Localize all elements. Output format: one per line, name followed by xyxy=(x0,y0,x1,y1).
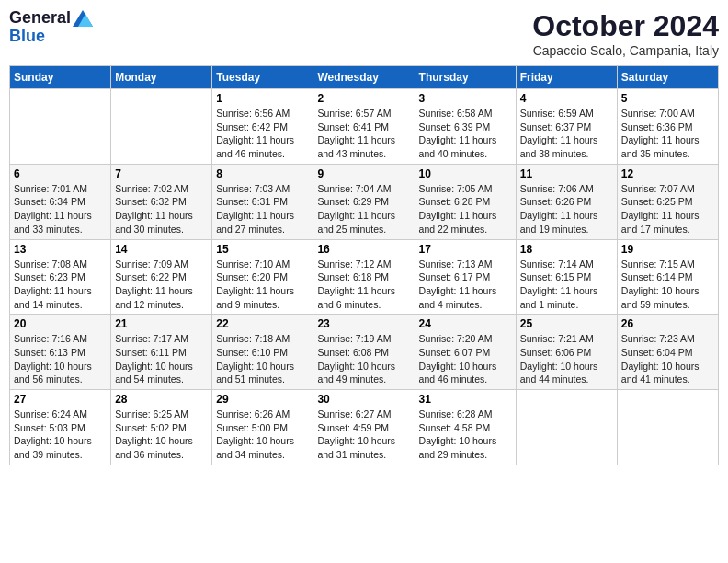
week-row-4: 20Sunrise: 7:16 AMSunset: 6:13 PMDayligh… xyxy=(10,315,719,390)
calendar-cell: 22Sunrise: 7:18 AMSunset: 6:10 PMDayligh… xyxy=(212,315,313,390)
day-number: 26 xyxy=(621,317,714,330)
day-detail: Sunrise: 7:19 AMSunset: 6:08 PMDaylight:… xyxy=(317,332,410,386)
calendar-cell: 20Sunrise: 7:16 AMSunset: 6:13 PMDayligh… xyxy=(10,315,111,390)
weekday-header-monday: Monday xyxy=(111,66,212,89)
day-detail: Sunrise: 6:26 AMSunset: 5:00 PMDaylight:… xyxy=(216,408,309,462)
calendar-cell: 29Sunrise: 6:26 AMSunset: 5:00 PMDayligh… xyxy=(212,390,313,465)
day-detail: Sunrise: 7:13 AMSunset: 6:17 PMDaylight:… xyxy=(419,258,512,312)
day-number: 19 xyxy=(621,243,714,256)
day-number: 24 xyxy=(419,317,512,330)
day-detail: Sunrise: 6:25 AMSunset: 5:02 PMDaylight:… xyxy=(115,408,208,462)
day-detail: Sunrise: 7:01 AMSunset: 6:34 PMDaylight:… xyxy=(14,182,107,236)
day-detail: Sunrise: 7:15 AMSunset: 6:14 PMDaylight:… xyxy=(621,258,714,312)
day-number: 21 xyxy=(115,317,208,330)
calendar-cell: 11Sunrise: 7:06 AMSunset: 6:26 PMDayligh… xyxy=(516,164,617,239)
calendar-cell xyxy=(516,390,617,465)
day-number: 23 xyxy=(317,317,410,330)
day-number: 14 xyxy=(115,243,208,256)
logo-blue: Blue xyxy=(9,28,93,46)
week-row-2: 6Sunrise: 7:01 AMSunset: 6:34 PMDaylight… xyxy=(10,164,719,239)
page-header: General Blue October 2024 Capaccio Scalo… xyxy=(9,9,719,58)
week-row-5: 27Sunrise: 6:24 AMSunset: 5:03 PMDayligh… xyxy=(10,390,719,465)
calendar-cell: 19Sunrise: 7:15 AMSunset: 6:14 PMDayligh… xyxy=(617,239,718,315)
day-number: 16 xyxy=(317,243,410,256)
day-number: 15 xyxy=(216,243,309,256)
day-detail: Sunrise: 6:56 AMSunset: 6:42 PMDaylight:… xyxy=(216,107,309,161)
day-detail: Sunrise: 7:21 AMSunset: 6:06 PMDaylight:… xyxy=(520,332,613,386)
calendar-cell: 3Sunrise: 6:58 AMSunset: 6:39 PMDaylight… xyxy=(415,89,516,165)
day-detail: Sunrise: 6:28 AMSunset: 4:58 PMDaylight:… xyxy=(419,408,512,462)
day-detail: Sunrise: 6:27 AMSunset: 4:59 PMDaylight:… xyxy=(317,408,410,462)
calendar-cell: 7Sunrise: 7:02 AMSunset: 6:32 PMDaylight… xyxy=(111,164,212,239)
location-title: Capaccio Scalo, Campania, Italy xyxy=(532,43,719,58)
calendar-cell xyxy=(10,89,111,165)
day-number: 3 xyxy=(419,92,512,105)
day-detail: Sunrise: 7:03 AMSunset: 6:31 PMDaylight:… xyxy=(216,182,309,236)
day-number: 13 xyxy=(14,243,107,256)
day-number: 11 xyxy=(520,167,613,180)
day-number: 17 xyxy=(419,243,512,256)
calendar-table: SundayMondayTuesdayWednesdayThursdayFrid… xyxy=(9,65,719,465)
day-number: 10 xyxy=(419,167,512,180)
calendar-cell: 8Sunrise: 7:03 AMSunset: 6:31 PMDaylight… xyxy=(212,164,313,239)
week-row-3: 13Sunrise: 7:08 AMSunset: 6:23 PMDayligh… xyxy=(10,239,719,315)
calendar-cell: 21Sunrise: 7:17 AMSunset: 6:11 PMDayligh… xyxy=(111,315,212,390)
day-number: 12 xyxy=(621,167,714,180)
calendar-body: 1Sunrise: 6:56 AMSunset: 6:42 PMDaylight… xyxy=(10,89,719,465)
weekday-header-saturday: Saturday xyxy=(617,66,718,89)
calendar-cell: 28Sunrise: 6:25 AMSunset: 5:02 PMDayligh… xyxy=(111,390,212,465)
calendar-cell: 1Sunrise: 6:56 AMSunset: 6:42 PMDaylight… xyxy=(212,89,313,165)
day-detail: Sunrise: 7:10 AMSunset: 6:20 PMDaylight:… xyxy=(216,258,309,312)
day-detail: Sunrise: 6:24 AMSunset: 5:03 PMDaylight:… xyxy=(14,408,107,462)
weekday-header-sunday: Sunday xyxy=(10,66,111,89)
day-detail: Sunrise: 7:00 AMSunset: 6:36 PMDaylight:… xyxy=(621,107,714,161)
day-detail: Sunrise: 7:06 AMSunset: 6:26 PMDaylight:… xyxy=(520,182,613,236)
day-number: 8 xyxy=(216,167,309,180)
day-number: 9 xyxy=(317,167,410,180)
calendar-cell xyxy=(617,390,718,465)
day-number: 29 xyxy=(216,393,309,406)
calendar-cell: 25Sunrise: 7:21 AMSunset: 6:06 PMDayligh… xyxy=(516,315,617,390)
calendar-cell: 26Sunrise: 7:23 AMSunset: 6:04 PMDayligh… xyxy=(617,315,718,390)
day-detail: Sunrise: 6:59 AMSunset: 6:37 PMDaylight:… xyxy=(520,107,613,161)
day-detail: Sunrise: 7:17 AMSunset: 6:11 PMDaylight:… xyxy=(115,332,208,386)
calendar-cell: 24Sunrise: 7:20 AMSunset: 6:07 PMDayligh… xyxy=(415,315,516,390)
calendar-cell: 17Sunrise: 7:13 AMSunset: 6:17 PMDayligh… xyxy=(415,239,516,315)
day-detail: Sunrise: 7:04 AMSunset: 6:29 PMDaylight:… xyxy=(317,182,410,236)
weekday-header-thursday: Thursday xyxy=(415,66,516,89)
calendar-cell xyxy=(111,89,212,165)
day-number: 25 xyxy=(520,317,613,330)
logo-general: General xyxy=(9,9,71,28)
calendar-cell: 31Sunrise: 6:28 AMSunset: 4:58 PMDayligh… xyxy=(415,390,516,465)
calendar-cell: 13Sunrise: 7:08 AMSunset: 6:23 PMDayligh… xyxy=(10,239,111,315)
day-number: 18 xyxy=(520,243,613,256)
day-number: 2 xyxy=(317,92,410,105)
day-number: 20 xyxy=(14,317,107,330)
day-number: 28 xyxy=(115,393,208,406)
calendar-cell: 15Sunrise: 7:10 AMSunset: 6:20 PMDayligh… xyxy=(212,239,313,315)
day-number: 7 xyxy=(115,167,208,180)
logo: General Blue xyxy=(9,9,93,46)
calendar-cell: 23Sunrise: 7:19 AMSunset: 6:08 PMDayligh… xyxy=(313,315,415,390)
calendar-cell: 2Sunrise: 6:57 AMSunset: 6:41 PMDaylight… xyxy=(313,89,415,165)
calendar-cell: 12Sunrise: 7:07 AMSunset: 6:25 PMDayligh… xyxy=(617,164,718,239)
month-title: October 2024 xyxy=(532,9,719,43)
calendar-cell: 30Sunrise: 6:27 AMSunset: 4:59 PMDayligh… xyxy=(313,390,415,465)
calendar-cell: 18Sunrise: 7:14 AMSunset: 6:15 PMDayligh… xyxy=(516,239,617,315)
day-detail: Sunrise: 7:14 AMSunset: 6:15 PMDaylight:… xyxy=(520,258,613,312)
day-detail: Sunrise: 6:57 AMSunset: 6:41 PMDaylight:… xyxy=(317,107,410,161)
weekday-header-wednesday: Wednesday xyxy=(313,66,415,89)
day-detail: Sunrise: 7:12 AMSunset: 6:18 PMDaylight:… xyxy=(317,258,410,312)
day-number: 22 xyxy=(216,317,309,330)
logo-icon xyxy=(73,10,93,27)
day-detail: Sunrise: 7:20 AMSunset: 6:07 PMDaylight:… xyxy=(419,332,512,386)
day-number: 31 xyxy=(419,393,512,406)
day-detail: Sunrise: 7:18 AMSunset: 6:10 PMDaylight:… xyxy=(216,332,309,386)
day-number: 5 xyxy=(621,92,714,105)
weekday-header-friday: Friday xyxy=(516,66,617,89)
calendar-cell: 14Sunrise: 7:09 AMSunset: 6:22 PMDayligh… xyxy=(111,239,212,315)
calendar-cell: 27Sunrise: 6:24 AMSunset: 5:03 PMDayligh… xyxy=(10,390,111,465)
day-number: 30 xyxy=(317,393,410,406)
day-number: 6 xyxy=(14,167,107,180)
calendar-cell: 9Sunrise: 7:04 AMSunset: 6:29 PMDaylight… xyxy=(313,164,415,239)
